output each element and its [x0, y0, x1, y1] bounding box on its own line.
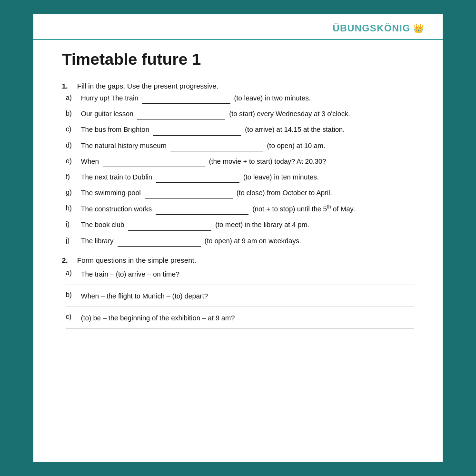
item-label: a) [66, 93, 76, 103]
list-item: g) The swimming-pool (to close) from Oct… [66, 188, 414, 198]
blank-field [118, 246, 201, 247]
section-2-header: 2. Form questions in the simple present. [62, 256, 414, 264]
item-text: Hurry up! The train (to leave) in two mi… [81, 93, 414, 104]
blank-field [156, 214, 248, 215]
item-text: The library (to open) at 9 am on weekday… [81, 236, 414, 247]
blank-field [170, 151, 263, 151]
list-item: j) The library (to open) at 9 am on week… [66, 236, 414, 247]
item-text: The train – (to) arrive – on time? [81, 269, 414, 280]
list-item: b) When – the flight to Munich – (to) de… [66, 289, 414, 307]
item-label: b) [66, 109, 76, 119]
item-text: The next train to Dublin (to leave) in t… [81, 172, 414, 183]
section-1-instruction: Fill in the gaps. Use the present progre… [77, 82, 218, 90]
list-item: a) The train – (to) arrive – on time? [66, 267, 414, 285]
item-text: The construction works (not + to stop) u… [81, 203, 414, 215]
blank-field [142, 103, 230, 104]
item-label: a) [66, 269, 76, 277]
item-text: Our guitar lesson (to start) every Wedne… [81, 109, 414, 119]
blank-field [137, 119, 225, 119]
item-text: (to) be – the beginning of the exhibitio… [81, 313, 414, 324]
list-item: e) When (the movie + to start) today? At… [66, 156, 414, 167]
list-item: i) The book club (to meet) in the librar… [66, 219, 414, 230]
item-text: When – the flight to Munich – (to) depar… [81, 291, 414, 302]
item-label: c) [66, 313, 76, 320]
section-2: 2. Form questions in the simple present.… [62, 256, 414, 329]
list-item: b) Our guitar lesson (to start) every We… [66, 109, 414, 119]
logo-text: ÜBUNGSKÖNIG [333, 23, 410, 34]
exercise-list-1: a) Hurry up! The train (to leave) in two… [66, 93, 414, 247]
blank-field [103, 167, 205, 167]
item-label: g) [66, 188, 76, 198]
section-1: 1. Fill in the gaps. Use the present pro… [62, 82, 414, 247]
item-text: The bus from Brighton (to arrive) at 14.… [81, 124, 414, 135]
list-item: c) (to) be – the beginning of the exhibi… [66, 311, 414, 329]
page-title: Timetable future 1 [62, 50, 414, 69]
item-text: The natural history museum (to open) at … [81, 140, 414, 151]
item-label: h) [66, 203, 76, 214]
section-2-list: a) The train – (to) arrive – on time? b)… [66, 267, 414, 329]
list-item: f) The next train to Dublin (to leave) i… [66, 172, 414, 183]
blank-field [156, 182, 239, 183]
section-2-instruction: Form questions in the simple present. [77, 256, 196, 264]
item-label: f) [66, 172, 76, 182]
item-label: c) [66, 124, 76, 135]
logo-crown-icon: 👑 [413, 23, 424, 34]
item-text: The book club (to meet) in the library a… [81, 219, 414, 230]
item-text: When (the movie + to start) today? At 20… [81, 156, 414, 167]
blank-field [128, 230, 211, 231]
main-content: Timetable future 1 1. Fill in the gaps. … [62, 50, 414, 329]
list-item: a) Hurry up! The train (to leave) in two… [66, 93, 414, 104]
item-label: i) [66, 219, 76, 230]
item-label: d) [66, 140, 76, 151]
section-2-number: 2. [62, 256, 71, 264]
list-item: h) The construction works (not + to stop… [66, 203, 414, 215]
item-label: j) [66, 236, 76, 246]
blank-field [153, 135, 241, 136]
top-decorative-line [33, 39, 443, 40]
section-1-number: 1. [62, 82, 71, 90]
item-label: b) [66, 291, 76, 298]
item-label: e) [66, 156, 76, 167]
list-item: d) The natural history museum (to open) … [66, 140, 414, 151]
section-1-header: 1. Fill in the gaps. Use the present pro… [62, 82, 414, 90]
blank-field [145, 198, 233, 198]
list-item: c) The bus from Brighton (to arrive) at … [66, 124, 414, 135]
logo-area: ÜBUNGSKÖNIG 👑 [333, 23, 424, 34]
item-text: The swimming-pool (to close) from Octobe… [81, 188, 414, 198]
worksheet-page: ÜBUNGSKÖNIG 👑 Timetable future 1 1. Fill… [33, 14, 443, 462]
